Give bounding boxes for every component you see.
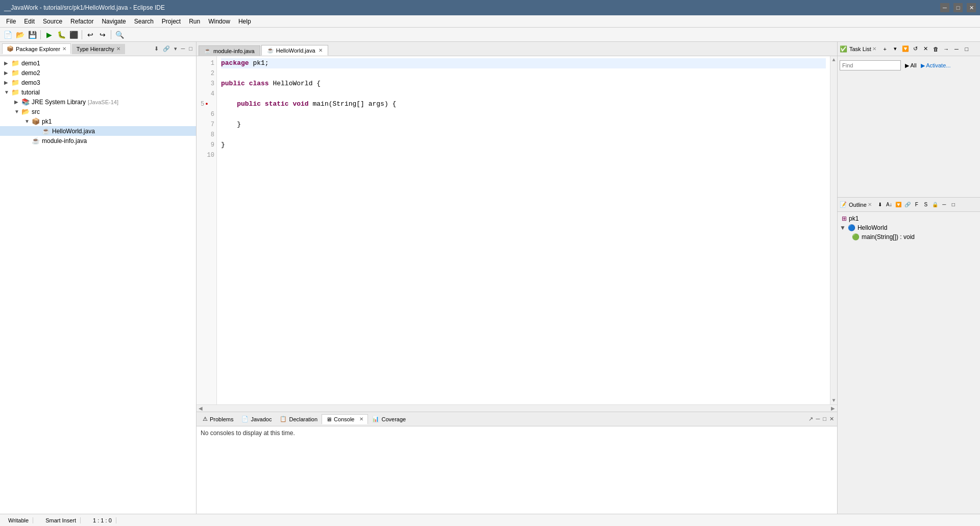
menu-edit[interactable]: Edit xyxy=(20,17,39,26)
tree-item-demo1[interactable]: ▶ 📁 demo1 xyxy=(0,58,196,68)
horizontal-scrollbar[interactable]: ◀ ▶ xyxy=(197,404,837,412)
task-list-close[interactable]: ✕ xyxy=(872,46,876,52)
toolbar-redo[interactable]: ↪ xyxy=(97,29,108,40)
tree-item-tutorial[interactable]: ▼ 📁 tutorial xyxy=(0,87,196,97)
scroll-right-arrow[interactable]: ▶ xyxy=(829,405,837,411)
tree-item-moduleinfo[interactable]: ☕ module-info.java xyxy=(0,136,196,146)
menu-file[interactable]: File xyxy=(2,17,20,26)
tab-console[interactable]: 🖥 Console ✕ xyxy=(322,414,368,424)
maximize-panel-btn[interactable]: □ xyxy=(187,45,194,53)
view-menu-btn[interactable]: ▾ xyxy=(173,45,179,53)
tab-problems[interactable]: ⚠ Problems xyxy=(199,414,237,424)
toolbar-open[interactable]: 📂 xyxy=(14,29,26,40)
tab-javadoc[interactable]: 📄 Javadoc xyxy=(237,414,276,424)
type-hierarchy-close[interactable]: ✕ xyxy=(116,46,120,52)
code-line-7: } xyxy=(221,119,826,130)
outline-hide-nonpublic-btn[interactable]: 🔒 xyxy=(931,201,939,209)
tree-item-jre[interactable]: ▶ 📚 JRE System Library [JavaSE-14] xyxy=(0,97,196,107)
label-demo1: demo1 xyxy=(21,60,40,67)
outline-close[interactable]: ✕ xyxy=(868,202,872,207)
toolbar-debug[interactable]: 🐛 xyxy=(56,29,67,40)
tree-item-demo3[interactable]: ▶ 📁 demo3 xyxy=(0,78,196,87)
menu-refactor[interactable]: Refactor xyxy=(66,17,97,26)
task-delete-all-btn[interactable]: 🗑 xyxy=(932,44,941,54)
outline-hide-static-btn[interactable]: S xyxy=(922,201,930,209)
code-line-4 xyxy=(221,89,826,99)
arrow-tutorial: ▼ xyxy=(4,89,11,95)
menu-source[interactable]: Source xyxy=(39,17,66,26)
code-content[interactable]: package pk1; public class HelloWorld { p… xyxy=(217,56,830,404)
toolbar-run[interactable]: ▶ xyxy=(43,29,55,40)
outline-maximize-btn[interactable]: □ xyxy=(949,201,958,209)
task-list-content: ▶ All ▶ Activate... xyxy=(838,56,980,197)
outline-hide-fields-btn[interactable]: F xyxy=(913,201,921,209)
task-refresh-btn[interactable]: ↺ xyxy=(911,44,920,54)
console-label: Console xyxy=(334,416,354,422)
menu-search[interactable]: Search xyxy=(130,17,158,26)
bottom-close-btn[interactable]: ✕ xyxy=(828,415,835,423)
task-maximize-btn[interactable]: □ xyxy=(962,44,971,54)
task-new-btn[interactable]: + xyxy=(880,44,890,54)
task-delete-btn[interactable]: ✕ xyxy=(921,44,930,54)
helloworld-editor-close[interactable]: ✕ xyxy=(318,47,323,53)
bottom-minimize-btn[interactable]: ─ xyxy=(815,415,821,423)
menu-help[interactable]: Help xyxy=(234,17,255,26)
tab-declaration[interactable]: 📋 Declaration xyxy=(276,414,322,424)
outline-filter-btn[interactable]: 🔽 xyxy=(894,201,902,209)
outline-sort-btn[interactable]: A↓ xyxy=(885,201,893,209)
tab-type-hierarchy[interactable]: Type Hierarchy ✕ xyxy=(72,44,125,54)
tree-item-src[interactable]: ▼ 📂 src xyxy=(0,107,196,116)
outline-item-pk1[interactable]: ⊞ pk1 xyxy=(838,214,980,223)
maximize-button[interactable]: □ xyxy=(953,3,963,12)
toolbar-new[interactable]: 📄 xyxy=(2,29,13,40)
console-close[interactable]: ✕ xyxy=(359,416,363,422)
minimize-panel-btn[interactable]: ─ xyxy=(180,45,187,53)
menu-project[interactable]: Project xyxy=(158,17,185,26)
menu-window[interactable]: Window xyxy=(204,17,234,26)
outline-link-btn[interactable]: 🔗 xyxy=(903,201,912,209)
scroll-left-arrow[interactable]: ◀ xyxy=(197,405,205,411)
tab-package-explorer[interactable]: 📦 Package Explorer ✕ xyxy=(2,43,71,54)
outline-collapse-btn[interactable]: ⬇ xyxy=(876,201,884,209)
editor-scrollbar[interactable]: ▲ ▼ xyxy=(830,56,837,404)
code-editor[interactable]: 1 2 3 4 5● 6 7 8 9 10 package pk1; publi… xyxy=(197,56,837,404)
tab-coverage[interactable]: 📊 Coverage xyxy=(368,414,410,424)
toolbar-save[interactable]: 💾 xyxy=(27,29,38,40)
label-jre: JRE System Library xyxy=(32,99,86,106)
close-button[interactable]: ✕ xyxy=(967,3,976,12)
collapse-all-btn[interactable]: ⬇ xyxy=(153,45,160,53)
menu-navigate[interactable]: Navigate xyxy=(97,17,130,26)
toolbar-sep2 xyxy=(82,30,82,39)
tab-helloworld-editor[interactable]: ☕ HelloWorld.java ✕ xyxy=(261,45,328,56)
console-icon: 🖥 xyxy=(326,416,332,422)
task-all-btn[interactable]: ▶ All xyxy=(905,62,917,69)
link-editor-btn[interactable]: 🔗 xyxy=(161,45,172,53)
minimize-button[interactable]: ─ xyxy=(940,3,949,12)
package-explorer-close[interactable]: ✕ xyxy=(62,46,66,52)
scroll-down-arrow[interactable]: ▼ xyxy=(831,397,836,404)
toolbar-search[interactable]: 🔍 xyxy=(114,29,125,40)
bottom-open-console-btn[interactable]: ↗ xyxy=(807,415,814,423)
menu-run[interactable]: Run xyxy=(185,17,204,26)
task-minimize-btn[interactable]: ─ xyxy=(952,44,961,54)
toolbar-undo[interactable]: ↩ xyxy=(85,29,96,40)
tab-module-info[interactable]: ☕ module-info.java xyxy=(199,45,260,56)
task-go-btn[interactable]: → xyxy=(942,44,951,54)
tree-item-pk1[interactable]: ▼ 📦 pk1 xyxy=(0,116,196,126)
outline-label-helloworld: HelloWorld xyxy=(857,224,887,231)
tree-item-helloworld[interactable]: ☕ HelloWorld.java xyxy=(0,126,196,136)
scroll-up-arrow[interactable]: ▲ xyxy=(831,56,836,64)
javadoc-label: Javadoc xyxy=(251,416,272,422)
task-filter-btn[interactable]: 🔽 xyxy=(901,44,910,54)
tree-item-demo2[interactable]: ▶ 📁 demo2 xyxy=(0,68,196,78)
outline-item-main[interactable]: 🟢 main(String[]) : void xyxy=(838,232,980,242)
bottom-maximize-btn[interactable]: □ xyxy=(822,415,827,423)
outline-minimize-btn[interactable]: ─ xyxy=(940,201,948,209)
arrow-demo1: ▶ xyxy=(4,60,11,66)
outline-item-helloworld[interactable]: ▼ 🔵 HelloWorld xyxy=(838,223,980,232)
task-collapse-btn[interactable]: ▾ xyxy=(891,44,900,54)
center-panel: ☕ module-info.java ☕ HelloWorld.java ✕ 1… xyxy=(197,42,837,514)
task-find-input[interactable] xyxy=(840,60,901,70)
toolbar-stop[interactable]: ⬛ xyxy=(68,29,79,40)
task-activate-btn[interactable]: ▶ Activate... xyxy=(921,62,951,69)
